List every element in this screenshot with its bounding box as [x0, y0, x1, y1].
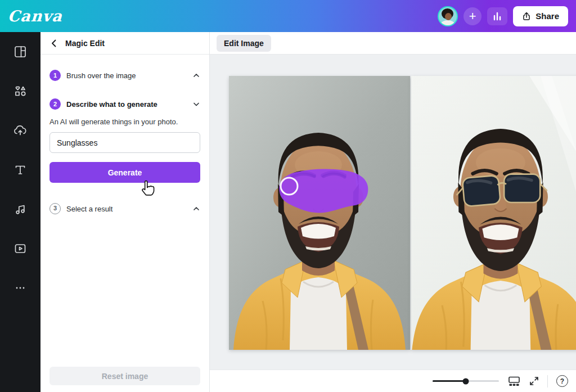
sidebar-item-design[interactable]	[0, 32, 40, 71]
sidebar-item-uploads[interactable]	[0, 111, 40, 150]
step-2-description: An AI will generate things in your photo…	[50, 118, 178, 126]
text-icon	[14, 163, 27, 177]
tab-edit-image[interactable]: Edit Image	[217, 35, 271, 52]
sidebar-item-text[interactable]	[0, 150, 40, 190]
left-rail	[0, 32, 40, 392]
sidebar-item-more[interactable]	[0, 268, 40, 308]
expand-icon	[529, 376, 539, 386]
zoom-slider-thumb[interactable]	[463, 378, 469, 384]
design-panels-icon	[14, 45, 27, 58]
panel-header: Magic Edit	[40, 32, 209, 55]
uploads-cloud-icon	[13, 123, 28, 138]
insights-button[interactable]	[487, 7, 507, 25]
step-2-label: Describe what to generate	[66, 100, 158, 109]
chevron-left-icon	[50, 39, 58, 48]
chevron-up-icon	[192, 205, 200, 213]
step-1-label: Brush over the image	[66, 71, 136, 80]
editor-stage: Edit Image	[210, 32, 576, 392]
page-title: Magic Edit	[65, 39, 105, 48]
brush-canvas-image[interactable]	[229, 76, 410, 350]
pages-view-icon	[507, 376, 521, 387]
sidebar-item-audio[interactable]	[0, 190, 40, 229]
tab-strip: Edit Image	[210, 32, 576, 55]
magic-edit-panel: Magic Edit 1 Brush over the image 2 Desc…	[40, 32, 210, 392]
upload-icon	[522, 12, 531, 21]
sidebar-item-elements[interactable]	[0, 71, 40, 111]
chevron-up-icon	[192, 71, 200, 79]
divider	[547, 375, 548, 388]
avatar-face	[445, 13, 452, 20]
prompt-input[interactable]	[50, 132, 200, 153]
share-button[interactable]: Share	[513, 6, 568, 26]
result-image[interactable]	[411, 76, 576, 350]
videos-play-icon	[14, 242, 27, 255]
step-brush-header[interactable]: 1 Brush over the image	[50, 69, 200, 82]
bottom-bar: ?	[210, 370, 576, 392]
chevron-down-icon	[192, 100, 200, 108]
step-1-badge: 1	[50, 70, 61, 81]
help-button[interactable]: ?	[556, 375, 568, 387]
top-bar: Canva + Share	[0, 0, 576, 32]
bar-chart-icon	[492, 11, 503, 22]
step-3-label: Select a result	[66, 205, 112, 213]
zoom-slider-fill	[433, 380, 466, 382]
zoom-slider[interactable]	[433, 380, 499, 382]
share-label: Share	[536, 11, 559, 21]
more-dots-icon	[14, 281, 27, 295]
step-result-header[interactable]: 3 Select a result	[50, 202, 200, 215]
elements-shapes-icon	[14, 84, 27, 98]
avatar[interactable]	[438, 6, 458, 26]
generate-button[interactable]: Generate	[50, 162, 200, 183]
sidebar-item-videos[interactable]	[0, 229, 40, 268]
step-3-badge: 3	[50, 203, 61, 214]
back-button[interactable]	[50, 38, 60, 48]
step-2-badge: 2	[50, 98, 61, 110]
fullscreen-button[interactable]	[529, 376, 539, 386]
pages-view-button[interactable]	[507, 376, 521, 387]
reset-image-button[interactable]: Reset image	[50, 367, 200, 385]
step-describe-header[interactable]: 2 Describe what to generate	[50, 98, 200, 110]
avatar-shirt	[441, 20, 454, 26]
canva-logo[interactable]: Canva	[7, 7, 63, 25]
audio-note-icon	[14, 202, 27, 216]
add-member-button[interactable]: +	[464, 7, 482, 25]
